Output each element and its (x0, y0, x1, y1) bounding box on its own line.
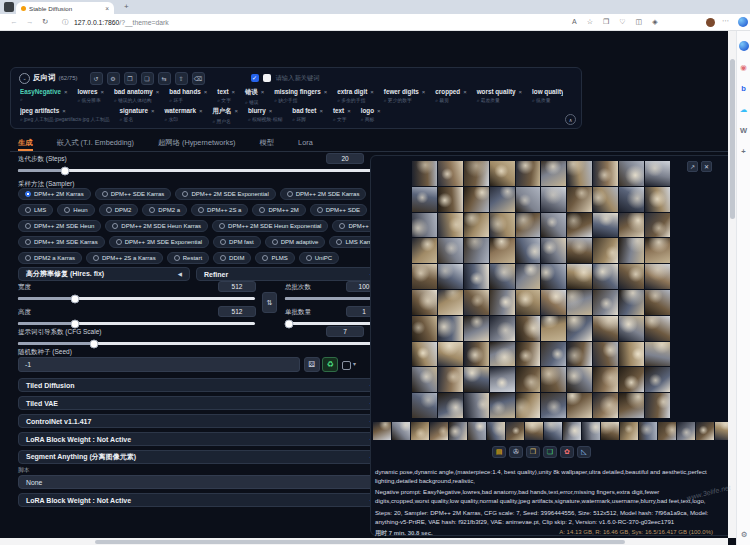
width-slider[interactable] (18, 297, 255, 300)
gallery-thumbnail[interactable] (619, 264, 644, 289)
gallery-thumbnail[interactable] (464, 238, 489, 263)
accordion-refiner[interactable]: Refiner ◀ (196, 267, 382, 281)
accordion[interactable]: Tiled VAE◀ (18, 396, 382, 410)
vertical-scrollbar-thumb[interactable] (730, 59, 735, 219)
accordion[interactable]: Tiled Diffusion◀ (18, 378, 382, 392)
width-value[interactable]: 512 (218, 281, 256, 292)
gallery-thumbnail[interactable] (438, 316, 463, 341)
gallery-thumbnail[interactable] (541, 342, 566, 367)
gallery-thumbnail[interactable] (619, 290, 644, 315)
gallery-thumbnail[interactable] (541, 264, 566, 289)
steps-slider[interactable] (18, 169, 382, 172)
gallery-thumbnail[interactable] (593, 290, 618, 315)
filmstrip-thumbnail[interactable] (696, 422, 714, 440)
gallery-thumbnail[interactable] (490, 187, 515, 212)
tag-remove-icon[interactable]: × (204, 89, 208, 95)
main-tab[interactable]: 模型 (260, 135, 275, 151)
gallery-thumbnail[interactable] (645, 213, 670, 238)
gallery-thumbnail[interactable] (619, 367, 644, 392)
gallery-thumbnail[interactable] (438, 393, 463, 418)
send-to-extras-button[interactable]: ◺ (577, 446, 591, 458)
gallery-thumbnail[interactable] (541, 367, 566, 392)
sampler-option[interactable]: DPM++ SDE (310, 204, 367, 216)
url-field[interactable]: 127.0.0.1:7860/?__theme=dark (74, 19, 169, 26)
sampler-option[interactable]: DPM++ 2M SDE Heun Karras (105, 220, 208, 232)
gallery-thumbnail[interactable] (490, 367, 515, 392)
filmstrip-thumbnail[interactable] (392, 422, 410, 440)
gallery-thumbnail[interactable] (567, 290, 592, 315)
gallery-thumbnail[interactable] (541, 290, 566, 315)
tag-remove-icon[interactable]: × (463, 89, 467, 95)
steps-value[interactable]: 20 (326, 153, 364, 164)
save-zip-button[interactable]: ❒ (526, 446, 540, 458)
accordion[interactable]: LoRA Block Weight : Not Active◀ (18, 432, 382, 446)
bing-icon[interactable]: b (739, 83, 749, 93)
sampler-option[interactable]: DPM++ 2S a Karras (86, 252, 163, 264)
gallery-thumbnail[interactable] (490, 316, 515, 341)
seed-input[interactable]: -1 (18, 357, 300, 372)
gallery-thumbnail[interactable] (412, 187, 437, 212)
sampler-option[interactable]: UniPC (299, 252, 339, 264)
copilot-icon[interactable] (739, 41, 749, 51)
gallery-thumbnail[interactable] (541, 161, 566, 186)
gallery-thumbnail[interactable] (412, 290, 437, 315)
gallery-thumbnail[interactable] (464, 367, 489, 392)
save-image-button[interactable]: ✇ (509, 446, 523, 458)
main-tab[interactable]: 超网络 (Hypernetworks) (158, 135, 235, 151)
tag-remove-icon[interactable]: × (100, 89, 104, 95)
seed-extra-checkbox[interactable] (342, 361, 351, 370)
tag-remove-icon[interactable]: × (261, 89, 265, 95)
gallery-thumbnail[interactable] (516, 161, 541, 186)
gallery-thumbnail[interactable] (593, 213, 618, 238)
gallery-thumbnail[interactable] (516, 316, 541, 341)
gallery-thumbnail[interactable] (464, 316, 489, 341)
collections-icon[interactable]: ♡ (619, 18, 625, 26)
gallery-thumbnail[interactable] (645, 367, 670, 392)
gallery-thumbnail[interactable] (412, 342, 437, 367)
gallery-thumbnail[interactable] (516, 213, 541, 238)
gallery-thumbnail[interactable] (412, 393, 437, 418)
gallery-thumbnail[interactable] (516, 187, 541, 212)
gallery-thumbnail[interactable] (490, 238, 515, 263)
sampler-option[interactable]: Heun (57, 204, 94, 216)
gallery-thumbnail[interactable] (438, 290, 463, 315)
sampler-option[interactable]: DPM++ 3M SDE Exponential (109, 236, 209, 248)
gallery-thumbnail[interactable] (464, 342, 489, 367)
keyword-input-placeholder[interactable]: 请输入新关键词 (276, 74, 320, 83)
tag-remove-icon[interactable]: × (199, 108, 203, 114)
gallery-thumbnail[interactable] (567, 393, 592, 418)
gallery-thumbnail[interactable] (412, 367, 437, 392)
seed-dropdown-icon[interactable]: ▾ (353, 360, 356, 367)
sampler-option[interactable]: DPM++ 2M (252, 204, 305, 216)
main-tab[interactable]: 生成 (18, 135, 33, 151)
gallery-thumbnail[interactable] (438, 187, 463, 212)
filmstrip-thumbnail[interactable] (506, 422, 524, 440)
sampler-option[interactable]: DPM++ 2M SDE Exponential (175, 188, 275, 200)
gallery-thumbnail[interactable] (645, 187, 670, 212)
accordion[interactable]: ControlNet v1.1.417◀ (18, 414, 382, 428)
gallery-thumbnail[interactable] (645, 264, 670, 289)
sampler-option[interactable]: LMS (18, 204, 53, 216)
gallery-thumbnail[interactable] (541, 187, 566, 212)
gallery-expand-button[interactable]: ↗ (687, 161, 698, 172)
gallery-thumbnail[interactable] (412, 316, 437, 341)
refresh-button[interactable]: ↺ (90, 72, 103, 85)
tag-remove-icon[interactable]: × (319, 108, 323, 114)
gallery-thumbnail[interactable] (645, 290, 670, 315)
filmstrip-thumbnail[interactable] (620, 422, 638, 440)
pin-icon[interactable]: ◉ (739, 62, 749, 72)
sampler-option[interactable]: DPM fast (213, 236, 261, 248)
gallery-thumbnail[interactable] (516, 367, 541, 392)
add-sidebar-icon[interactable]: + (739, 146, 749, 156)
site-info-icon[interactable]: ⓘ (62, 18, 69, 27)
gallery-thumbnail[interactable] (593, 161, 618, 186)
filmstrip-thumbnail[interactable] (563, 422, 581, 440)
sampler-option[interactable]: DPM adaptive (265, 236, 326, 248)
gallery-thumbnail[interactable] (567, 316, 592, 341)
gallery-thumbnail[interactable] (412, 161, 437, 186)
gallery-thumbnail[interactable] (464, 213, 489, 238)
tag-remove-icon[interactable]: × (519, 89, 523, 95)
gallery-thumbnail[interactable] (567, 342, 592, 367)
filmstrip-thumbnail[interactable] (544, 422, 562, 440)
gallery-thumbnail[interactable] (412, 213, 437, 238)
